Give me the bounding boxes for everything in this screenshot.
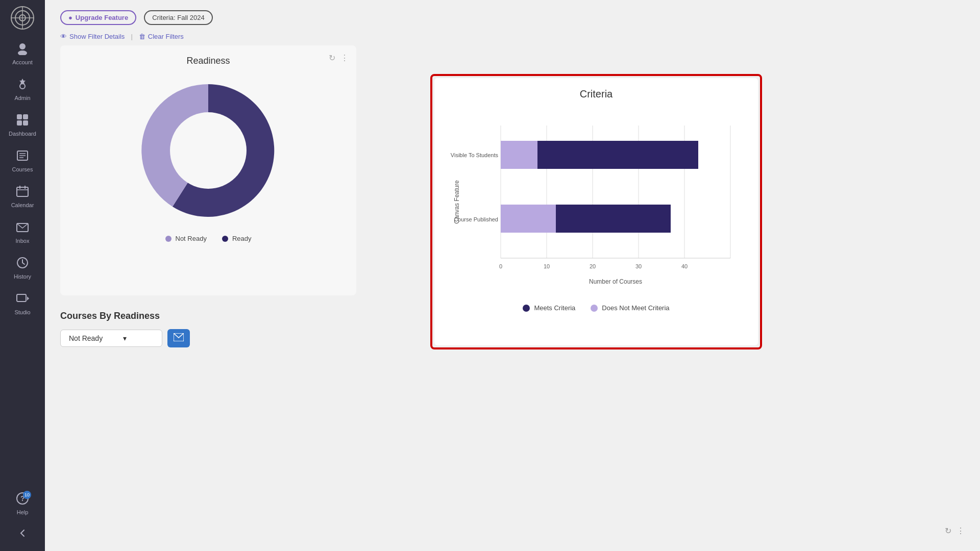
sidebar-item-inbox-label: Inbox: [16, 238, 30, 244]
more-bottom-icon[interactable]: ⋮: [957, 526, 965, 536]
account-icon: [16, 42, 29, 57]
dropdown-value: Not Ready: [69, 334, 103, 342]
meets-criteria-legend-item: Meets Criteria: [523, 304, 575, 312]
admin-icon: [16, 78, 29, 93]
clear-filters-link[interactable]: 🗑 Clear Filters: [139, 33, 184, 40]
not-meets-criteria-label: Does Not Meet Criteria: [602, 304, 669, 312]
trash-icon: 🗑: [139, 33, 145, 40]
not-meets-criteria-dot: [591, 305, 598, 312]
sidebar-item-courses-label: Courses: [12, 166, 33, 172]
svg-rect-16: [17, 187, 28, 196]
meets-criteria-label: Meets Criteria: [534, 304, 575, 312]
svg-marker-23: [27, 296, 29, 300]
svg-rect-11: [23, 120, 28, 126]
svg-point-5: [19, 43, 26, 49]
svg-text:Course Published: Course Published: [454, 216, 498, 222]
course-published-meets-bar: [556, 205, 671, 233]
svg-text:30: 30: [635, 263, 642, 269]
upgrade-icon: ●: [68, 14, 72, 21]
bar-chart-area: Canvas Feature 0 10 20 30 40: [450, 110, 743, 304]
chevron-down-icon: ▾: [123, 334, 127, 342]
collapse-icon: [17, 528, 28, 540]
inbox-icon: [16, 220, 29, 236]
sidebar-item-courses[interactable]: Courses: [0, 143, 45, 179]
criteria-legend: Meets Criteria Does Not Meet Criteria: [450, 304, 743, 312]
readiness-dropdown[interactable]: Not Ready ▾: [60, 330, 162, 347]
filter-bar: 👁 Show Filter Details | 🗑 Clear Filters: [60, 33, 965, 40]
ready-legend-item: Ready: [222, 235, 252, 242]
sidebar-collapse-button[interactable]: [0, 521, 45, 546]
show-filter-details-link[interactable]: 👁 Show Filter Details: [60, 33, 125, 40]
donut-chart-container: [76, 77, 341, 224]
calendar-icon: [16, 185, 29, 200]
readiness-legend: Not Ready Ready: [76, 235, 341, 242]
not-ready-label: Not Ready: [176, 235, 207, 242]
upgrade-feature-badge[interactable]: ● Upgrade Feature: [60, 10, 136, 25]
sidebar-item-account[interactable]: Account: [0, 36, 45, 71]
criteria-badge[interactable]: Criteria: Fall 2024: [144, 10, 213, 25]
readiness-title: Readiness: [76, 56, 341, 66]
more-options-icon[interactable]: ⋮: [340, 53, 349, 63]
clear-filter-label: Clear Filters: [148, 33, 184, 40]
refresh-icon[interactable]: ↻: [329, 53, 335, 63]
criteria-bar-chart: Canvas Feature 0 10 20 30 40: [450, 110, 736, 299]
sidebar-item-dashboard-label: Dashboard: [9, 131, 36, 137]
svg-point-7: [20, 84, 25, 89]
not-meets-criteria-legend-item: Does Not Meet Criteria: [591, 304, 669, 312]
dashboard-icon: [16, 113, 29, 129]
svg-rect-8: [17, 114, 22, 119]
svg-rect-22: [17, 294, 26, 302]
svg-text:40: 40: [681, 263, 688, 269]
top-bar: ● Upgrade Feature Criteria: Fall 2024: [60, 10, 965, 25]
app-logo[interactable]: [10, 5, 35, 31]
sidebar-item-calendar[interactable]: Calendar: [0, 179, 45, 214]
svg-rect-9: [23, 114, 28, 119]
svg-text:Number of Courses: Number of Courses: [589, 278, 642, 285]
sidebar-item-inbox[interactable]: Inbox: [0, 214, 45, 250]
sidebar-item-admin[interactable]: Admin: [0, 71, 45, 107]
main-content: ● Upgrade Feature Criteria: Fall 2024 👁 …: [45, 0, 980, 551]
sidebar: Account Admin Dashboard Courses Calendar…: [0, 0, 45, 551]
courses-icon: [16, 149, 29, 164]
sidebar-item-history[interactable]: History: [0, 250, 45, 286]
criteria-title: Criteria: [450, 88, 743, 100]
help-badge-count: 10: [23, 491, 31, 499]
upgrade-label: Upgrade Feature: [76, 14, 128, 21]
readiness-card-actions: ↻ ⋮: [329, 53, 349, 63]
show-filter-label: Show Filter Details: [69, 33, 125, 40]
refresh-bottom-icon[interactable]: ↻: [945, 526, 951, 536]
filter-divider: |: [131, 33, 132, 40]
ready-dot: [222, 236, 228, 242]
ready-label: Ready: [232, 235, 252, 242]
criteria-panel-wrapper: Criteria Canvas Feature 0: [430, 74, 762, 349]
readiness-card: ↻ ⋮ Readiness Not Ready: [60, 45, 356, 295]
svg-text:10: 10: [544, 263, 550, 269]
criteria-label: Criteria: Fall 2024: [152, 14, 205, 21]
sidebar-item-calendar-label: Calendar: [11, 202, 34, 208]
sidebar-item-history-label: History: [14, 273, 31, 280]
sidebar-item-account-label: Account: [12, 59, 33, 65]
sidebar-item-dashboard[interactable]: Dashboard: [0, 107, 45, 143]
criteria-card: Criteria Canvas Feature 0: [434, 78, 758, 345]
not-ready-dot: [165, 236, 172, 242]
meets-criteria-dot: [523, 305, 530, 312]
email-button[interactable]: [167, 329, 190, 347]
sidebar-item-studio[interactable]: Studio: [0, 286, 45, 321]
not-ready-legend-item: Not Ready: [165, 235, 207, 242]
svg-point-26: [170, 112, 247, 189]
svg-rect-10: [17, 120, 22, 126]
bottom-actions: ↻ ⋮: [945, 526, 965, 536]
sidebar-bottom: ? 10 Help: [0, 486, 45, 546]
donut-chart: [134, 77, 282, 224]
help-icon: ? 10: [16, 492, 29, 507]
svg-text:Syllabus Visible To Students: Syllabus Visible To Students: [450, 152, 498, 158]
svg-text:0: 0: [499, 263, 502, 269]
svg-point-6: [18, 51, 27, 55]
syllabus-not-meets-bar: [501, 141, 537, 169]
sidebar-item-help[interactable]: ? 10 Help: [0, 486, 45, 521]
sidebar-item-help-label: Help: [17, 509, 29, 515]
sidebar-item-studio-label: Studio: [14, 309, 30, 315]
eye-icon: 👁: [60, 33, 67, 40]
studio-icon: [16, 292, 29, 307]
svg-text:20: 20: [590, 263, 596, 269]
